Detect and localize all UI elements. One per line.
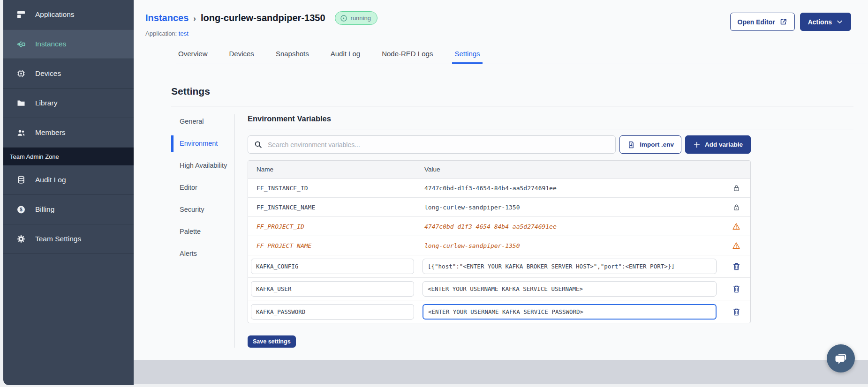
breadcrumb: Instances › long-curlew-sandpiper-1350 r… [145,11,377,25]
add-variable-button[interactable]: Add variable [685,135,751,154]
sidebar-item-members[interactable]: Members [3,118,134,148]
gear-icon [16,234,26,244]
status-badge: running [335,11,377,25]
settings-nav-security[interactable]: Security [171,205,227,214]
settings-divider [171,106,853,106]
footer-band [134,360,868,384]
import-env-button[interactable]: Import .env [619,135,681,154]
settings-body: General Environment High Availability Ed… [171,114,853,348]
sidebar-item-label: Members [35,128,66,137]
members-icon [16,128,26,137]
settings-nav-environment[interactable]: Environment [171,135,227,152]
warning-icon [732,241,740,250]
application-line: Application: test [145,30,189,37]
settings-nav-palette[interactable]: Palette [171,227,227,236]
panel-title: Environment Variables [248,114,853,129]
env-var-name-input[interactable] [251,281,414,297]
folder-icon [16,98,26,108]
application-link[interactable]: test [179,30,189,37]
env-var-name-input[interactable] [251,304,414,320]
instances-icon [16,39,26,49]
env-var-value: long-curlew-sandpiper-1350 [424,242,520,249]
sidebar-item-label: Billing [35,205,54,214]
tab-overview[interactable]: Overview [176,50,210,64]
tab-node-red-logs[interactable]: Node-RED Logs [379,50,435,64]
env-var-value-input[interactable] [423,259,717,274]
main-content: Instances › long-curlew-sandpiper-1350 r… [134,0,868,360]
actions-button[interactable]: Actions [800,13,851,31]
application-label: Application: [145,30,177,37]
chat-bubbles-icon [833,351,848,366]
page-title: Settings [171,86,210,97]
sidebar-item-label: Instances [35,40,66,48]
chat-widget-button[interactable] [827,344,855,372]
sidebar-item-audit-log[interactable]: Audit Log [3,165,134,195]
search-icon [254,140,263,149]
env-table-body: FF_INSTANCE_ID4747c0bd-d1f3-4654-84b4-aa… [248,179,750,323]
open-editor-button[interactable]: Open Editor [730,13,795,31]
sidebar-item-label: Applications [35,10,75,19]
instance-tabs: Overview Devices Snapshots Audit Log Nod… [176,50,868,64]
settings-nav-alerts[interactable]: Alerts [171,249,227,258]
sidebar-item-label: Audit Log [35,176,66,184]
delete-icon[interactable] [732,284,741,293]
env-var-value: 4747c0bd-d1f3-4654-84b4-aa5d274691ee [424,185,557,192]
tab-settings[interactable]: Settings [452,50,482,64]
env-toolbar: Import .env Add variable [248,135,751,154]
env-var-row [248,278,750,300]
env-var-name: FF_PROJECT_ID [257,223,304,230]
external-link-icon [779,18,787,26]
settings-nav: General Environment High Availability Ed… [171,114,234,348]
tab-snapshots[interactable]: Snapshots [273,50,311,64]
import-env-label: Import .env [640,141,674,148]
save-settings-button[interactable]: Save settings [248,335,296,348]
env-var-value-input[interactable] [423,281,717,297]
warning-icon [732,222,740,231]
actions-label: Actions [808,18,832,26]
search-input[interactable] [248,135,616,154]
plus-icon [693,141,701,149]
env-var-value: 4747c0bd-d1f3-4654-84b4-aa5d274691ee [424,223,557,230]
environment-panel: Environment Variables Import .env Add va… [248,114,853,348]
sidebar-item-billing[interactable]: $ Billing [3,195,134,224]
sidebar-item-team-settings[interactable]: Team Settings [3,224,134,254]
sidebar-item-label: Library [35,99,57,107]
settings-nav-editor[interactable]: Editor [171,183,227,192]
sidebar-item-library[interactable]: Library [3,89,134,118]
env-var-name: FF_PROJECT_NAME [257,242,311,249]
svg-text:$: $ [20,207,23,212]
env-variables-table: Name Value FF_INSTANCE_ID4747c0bd-d1f3-4… [248,160,751,323]
tab-audit-log[interactable]: Audit Log [328,50,362,64]
env-var-row: FF_INSTANCE_ID4747c0bd-d1f3-4654-84b4-aa… [248,179,750,198]
delete-icon[interactable] [732,307,741,316]
breadcrumb-instances-link[interactable]: Instances [145,13,189,23]
env-var-value: long-curlew-sandpiper-1350 [424,204,520,211]
sidebar-item-devices[interactable]: Devices [3,59,134,89]
devices-icon [16,69,26,78]
play-circle-icon [340,15,347,22]
breadcrumb-chevron-icon: › [193,13,196,23]
env-var-row [248,300,750,323]
applications-icon [16,10,26,19]
env-var-value-input[interactable] [423,304,717,320]
column-header-name: Name [248,166,419,173]
lock-icon [732,184,740,192]
delete-icon[interactable] [732,262,741,271]
env-var-row: FF_PROJECT_ID4747c0bd-d1f3-4654-84b4-aa5… [248,217,750,236]
chevron-down-icon [836,18,843,25]
team-admin-zone-header: Team Admin Zone [3,148,134,165]
sidebar-item-label: Team Settings [35,235,81,243]
settings-nav-general[interactable]: General [171,117,227,126]
sidebar-item-instances[interactable]: Instances [3,30,134,59]
header-actions: Open Editor Actions [730,13,851,31]
sidebar-item-applications[interactable]: Applications [3,0,134,30]
settings-nav-high-availability[interactable]: High Availability [171,161,227,170]
env-var-row: FF_INSTANCE_NAMElong-curlew-sandpiper-13… [248,198,750,217]
lock-icon [732,203,740,211]
tab-devices[interactable]: Devices [227,50,257,64]
team-admin-zone-label: Team Admin Zone [10,153,59,160]
env-var-row: FF_PROJECT_NAMElong-curlew-sandpiper-135… [248,236,750,255]
env-var-name-input[interactable] [251,259,414,274]
sidebar: Applications Instances Devices Library M… [3,0,134,385]
instance-name: long-curlew-sandpiper-1350 [201,13,325,23]
